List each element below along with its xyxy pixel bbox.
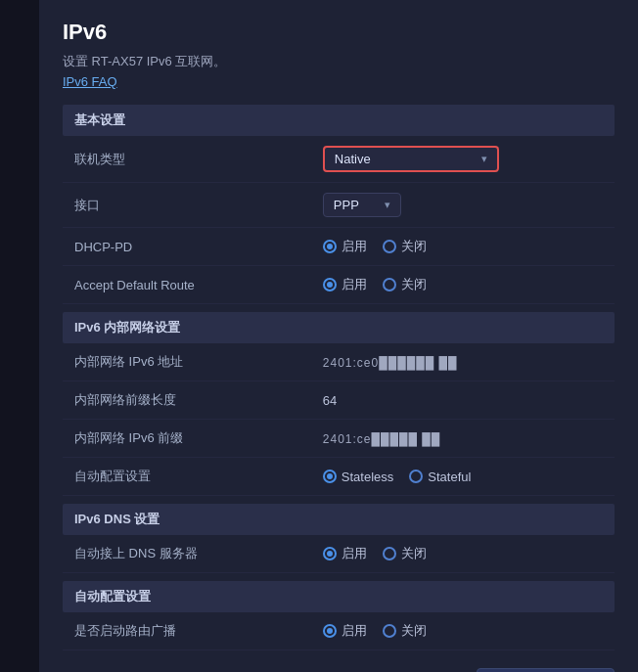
auto-dns-on-radio[interactable]: 启用 xyxy=(323,545,367,562)
table-row: 自动配置设置 Stateless Stateful xyxy=(63,458,615,496)
dhcp-pd-on-radio[interactable]: 启用 xyxy=(323,238,367,255)
section-internal-header: IPv6 内部网络设置 xyxy=(63,312,615,343)
label-internal-ipv6-addr: 内部网络 IPv6 地址 xyxy=(63,343,311,381)
table-row: 自动接上 DNS 服务器 启用 关闭 xyxy=(63,535,615,573)
apply-button[interactable]: 应用本页面设置 xyxy=(477,668,615,672)
label-auto-dns: 自动接上 DNS 服务器 xyxy=(63,535,311,573)
accept-route-off-radio[interactable]: 关闭 xyxy=(383,276,427,293)
page-title: IPv6 xyxy=(63,20,615,45)
label-connection-type: 联机类型 xyxy=(63,136,311,183)
radio-indicator xyxy=(409,470,423,483)
radio-on-label: 启用 xyxy=(342,276,367,293)
section-dns-header: IPv6 DNS 设置 xyxy=(63,504,615,535)
radio-off-label: 关闭 xyxy=(401,238,427,255)
basic-settings-table: 联机类型 Native ▾ 接口 PPP ▾ xyxy=(63,136,615,304)
section-basic-header: 基本设置 xyxy=(63,105,615,136)
dhcp-pd-off-radio[interactable]: 关闭 xyxy=(383,238,427,255)
internal-ipv6-prefix-value: 2401:ce█████ ██ xyxy=(323,432,441,446)
connection-type-value: Native xyxy=(335,152,474,166)
radio-indicator xyxy=(323,470,337,483)
radio-on-label: 启用 xyxy=(342,545,367,562)
auto-dns-radio-group: 启用 关闭 xyxy=(323,545,603,562)
table-row: 是否启动路由广播 启用 关闭 xyxy=(63,612,615,650)
radio-indicator xyxy=(383,240,396,253)
table-row: DHCP-PD 启用 关闭 xyxy=(63,228,615,266)
interface-value: PPP xyxy=(334,198,377,212)
table-row: 内部网络 IPv6 前缀 2401:ce█████ ██ xyxy=(63,420,615,458)
faq-link[interactable]: IPv6 FAQ xyxy=(63,74,117,89)
autoconfig-radio-group: Stateless Stateful xyxy=(323,470,603,484)
radio-indicator xyxy=(383,547,396,560)
table-row: 内部网络前缀长度 64 xyxy=(63,381,615,420)
table-row: 联机类型 Native ▾ xyxy=(63,136,615,183)
radio-on-label: 启用 xyxy=(342,238,367,255)
chevron-down-icon: ▾ xyxy=(385,199,390,211)
label-dhcp-pd: DHCP-PD xyxy=(63,228,311,266)
section-autoconfig-header: 自动配置设置 xyxy=(63,581,615,612)
dns-settings-table: 自动接上 DNS 服务器 启用 关闭 xyxy=(63,535,615,573)
chevron-down-icon: ▾ xyxy=(481,153,487,165)
radio-off-label: 关闭 xyxy=(401,276,427,293)
radio-indicator xyxy=(323,278,337,291)
stateful-radio[interactable]: Stateful xyxy=(409,470,471,484)
radio-indicator xyxy=(383,278,396,291)
radio-indicator xyxy=(383,624,396,638)
router-broadcast-radio-group: 启用 关闭 xyxy=(323,622,603,640)
table-row: 内部网络 IPv6 地址 2401:ce0██████ ██ xyxy=(63,343,615,381)
table-row: 接口 PPP ▾ xyxy=(63,183,615,228)
prefix-length-value: 64 xyxy=(323,393,337,408)
internal-ipv6-address-value: 2401:ce0██████ ██ xyxy=(323,356,458,370)
auto-dns-off-radio[interactable]: 关闭 xyxy=(383,545,427,562)
connection-type-select[interactable]: Native ▾ xyxy=(323,146,499,172)
radio-off-label: 关闭 xyxy=(401,622,427,640)
table-row: Accept Default Route 启用 关闭 xyxy=(63,266,615,304)
radio-indicator xyxy=(323,624,337,638)
apply-button-row: 应用本页面设置 xyxy=(477,668,615,672)
router-broadcast-off-radio[interactable]: 关闭 xyxy=(383,622,427,640)
label-prefix-length: 内部网络前缀长度 xyxy=(63,381,311,420)
accept-route-on-radio[interactable]: 启用 xyxy=(323,276,367,293)
dhcp-pd-radio-group: 启用 关闭 xyxy=(323,238,603,255)
stateless-label: Stateless xyxy=(342,470,393,484)
router-broadcast-on-radio[interactable]: 启用 xyxy=(323,622,367,640)
stateful-label: Stateful xyxy=(428,470,471,484)
label-interface: 接口 xyxy=(63,183,311,228)
internal-settings-table: 内部网络 IPv6 地址 2401:ce0██████ ██ 内部网络前缀长度 … xyxy=(63,343,615,496)
interface-select[interactable]: PPP ▾ xyxy=(323,193,401,217)
sidebar xyxy=(0,0,39,672)
stateless-radio[interactable]: Stateless xyxy=(323,470,393,484)
radio-indicator xyxy=(323,547,337,560)
accept-route-radio-group: 启用 关闭 xyxy=(323,276,603,293)
label-internal-ipv6-prefix: 内部网络 IPv6 前缀 xyxy=(63,420,311,458)
page-description: 设置 RT-AX57 IPv6 互联网。 xyxy=(63,53,615,70)
autoconfig-settings-table: 是否启动路由广播 启用 关闭 xyxy=(63,612,615,650)
radio-on-label: 启用 xyxy=(342,622,367,640)
label-accept-default-route: Accept Default Route xyxy=(63,266,311,304)
label-auto-config: 自动配置设置 xyxy=(63,458,311,496)
radio-indicator xyxy=(323,240,337,253)
label-router-broadcast: 是否启动路由广播 xyxy=(63,612,311,650)
radio-off-label: 关闭 xyxy=(401,545,427,562)
